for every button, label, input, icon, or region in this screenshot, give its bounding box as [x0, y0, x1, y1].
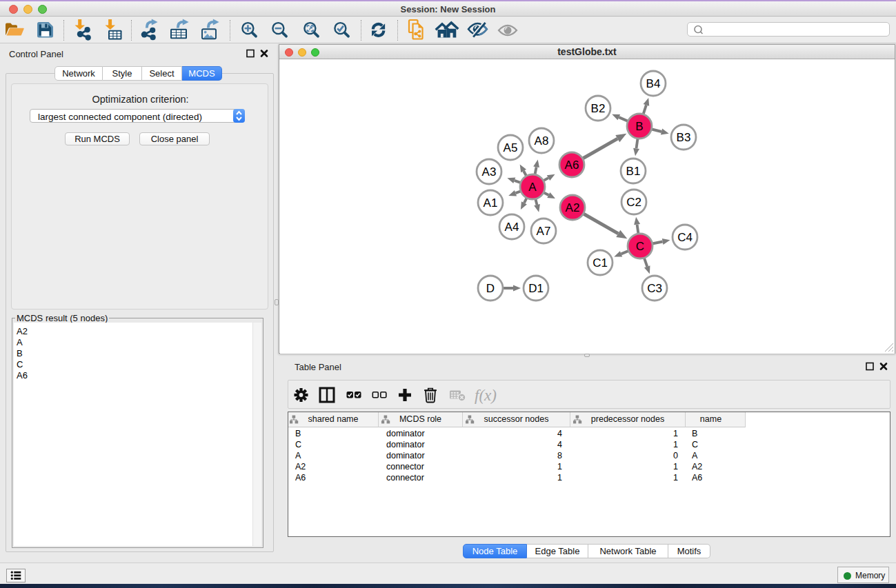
svg-text:C4: C4	[677, 231, 693, 244]
svg-text:A4: A4	[505, 221, 519, 234]
svg-text:A: A	[528, 181, 537, 194]
svg-text:C3: C3	[647, 282, 662, 295]
svg-text:B1: B1	[626, 165, 641, 178]
svg-text:A6: A6	[565, 159, 579, 172]
svg-text:C: C	[636, 240, 644, 253]
svg-text:A1: A1	[484, 196, 498, 210]
svg-text:B4: B4	[646, 77, 661, 90]
svg-text:A5: A5	[504, 141, 518, 154]
svg-text:D: D	[486, 282, 495, 295]
svg-text:B3: B3	[677, 131, 691, 144]
svg-text:D1: D1	[528, 282, 544, 295]
svg-text:B: B	[635, 120, 643, 133]
svg-text:f(x): f(x)	[475, 387, 497, 404]
svg-text:C2: C2	[626, 196, 641, 209]
svg-text:A2: A2	[566, 201, 580, 214]
svg-text:A3: A3	[482, 165, 497, 179]
svg-text:C1: C1	[593, 256, 608, 270]
svg-text:A7: A7	[537, 225, 551, 238]
svg-text:B2: B2	[591, 102, 606, 115]
svg-text:A8: A8	[535, 134, 549, 148]
